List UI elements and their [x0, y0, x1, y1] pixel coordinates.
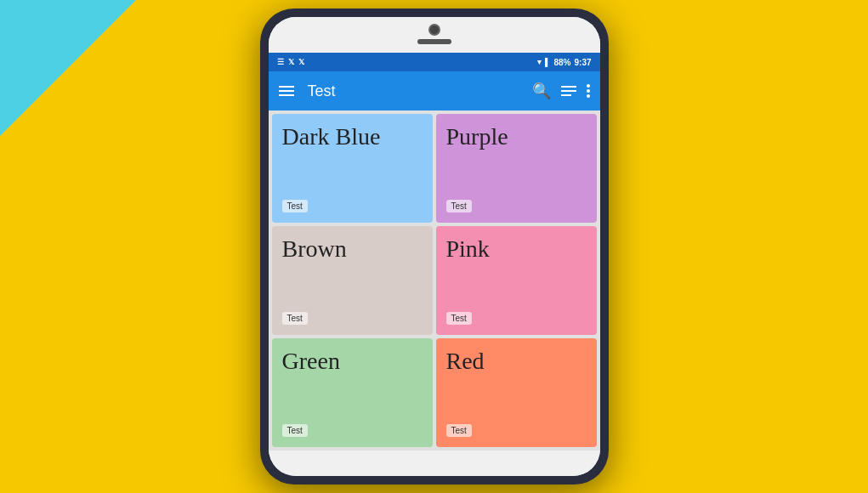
card-pink-title: Pink — [446, 236, 587, 263]
signal-icon: ▌ — [545, 58, 550, 66]
card-purple-badge: Test — [446, 200, 472, 212]
card-green[interactable]: Green Test — [272, 338, 433, 447]
twitter-icon-1: 𝕏 — [288, 58, 294, 66]
card-pink[interactable]: Pink Test — [436, 226, 597, 335]
time-text: 9:37 — [574, 58, 591, 67]
card-brown-badge: Test — [282, 312, 308, 325]
status-bar-left: ☰ 𝕏 𝕏 — [277, 58, 304, 66]
card-red-title: Red — [446, 348, 587, 375]
card-dark-blue-badge: Test — [282, 200, 308, 212]
card-brown-title: Brown — [282, 236, 423, 263]
wifi-icon: ▾ — [537, 58, 542, 66]
more-options-icon[interactable] — [587, 84, 590, 98]
status-bar-right: ▾ ▌ 88% 9:37 — [537, 58, 591, 67]
twitter-icon-2: 𝕏 — [298, 58, 304, 66]
screen: ☰ 𝕏 𝕏 ▾ ▌ 88% 9:37 Test 🔍 — [269, 53, 600, 450]
phone-face: ☰ 𝕏 𝕏 ▾ ▌ 88% 9:37 Test 🔍 — [269, 17, 600, 476]
phone-top-bezel — [269, 17, 600, 53]
hamburger-menu-button[interactable] — [279, 86, 294, 96]
card-dark-blue[interactable]: Dark Blue Test — [272, 114, 433, 223]
card-green-badge: Test — [282, 424, 308, 437]
card-green-title: Green — [282, 348, 423, 375]
phone-device: ☰ 𝕏 𝕏 ▾ ▌ 88% 9:37 Test 🔍 — [260, 8, 609, 484]
list-view-icon[interactable] — [561, 86, 576, 96]
card-dark-blue-title: Dark Blue — [282, 124, 423, 150]
notification-icon: ☰ — [277, 58, 284, 66]
card-purple-title: Purple — [446, 124, 587, 150]
card-red-badge: Test — [446, 424, 472, 437]
camera — [428, 24, 440, 36]
card-red[interactable]: Red Test — [436, 338, 597, 447]
card-pink-badge: Test — [446, 312, 472, 325]
battery-text: 88% — [553, 58, 570, 67]
search-icon[interactable]: 🔍 — [532, 82, 551, 100]
card-purple[interactable]: Purple Test — [436, 114, 597, 223]
app-title: Test — [308, 82, 522, 100]
app-bar: Test 🔍 — [269, 71, 600, 110]
status-bar: ☰ 𝕏 𝕏 ▾ ▌ 88% 9:37 — [269, 53, 600, 71]
phone-bottom-bezel — [269, 450, 600, 476]
color-cards-grid: Dark Blue Test Purple Test Brown Test Pi… — [269, 110, 600, 450]
corner-decoration — [0, 0, 136, 136]
speaker — [417, 39, 451, 44]
card-brown[interactable]: Brown Test — [272, 226, 433, 335]
